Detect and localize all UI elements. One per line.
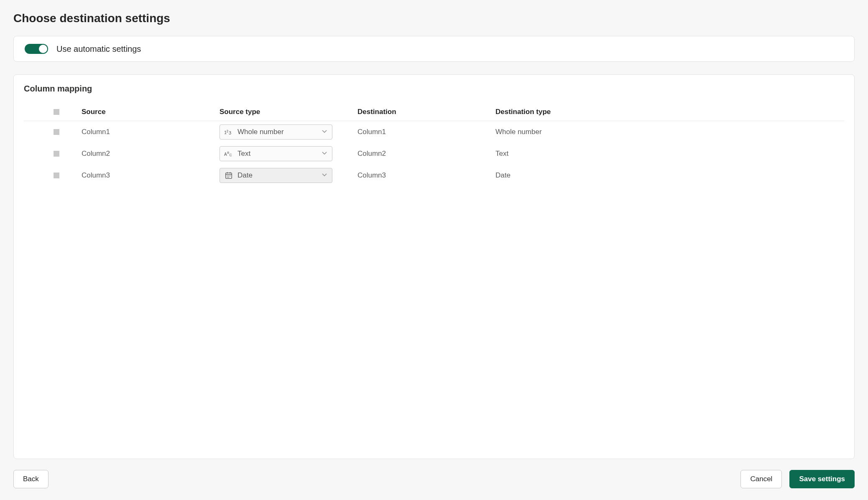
row-destination-type: Whole number <box>495 128 837 136</box>
column-mapping-card: Column mapping Source Source type Destin… <box>13 74 855 459</box>
chevron-down-icon <box>321 128 328 137</box>
chevron-down-icon <box>321 150 328 158</box>
row-destination: Column2 <box>357 150 495 158</box>
number-type-icon: 123 <box>224 127 233 137</box>
save-settings-button[interactable]: Save settings <box>789 470 855 488</box>
toggle-knob <box>39 45 47 53</box>
row-source: Column2 <box>82 150 220 158</box>
svg-point-11 <box>228 175 229 176</box>
chevron-down-icon <box>321 171 328 180</box>
svg-point-10 <box>227 175 228 176</box>
header-source-type: Source type <box>220 108 357 116</box>
row-checkbox[interactable] <box>54 129 59 135</box>
svg-point-13 <box>227 177 228 178</box>
row-destination-type: Text <box>495 150 837 158</box>
source-type-value: Date <box>237 171 253 180</box>
row-destination: Column3 <box>357 171 495 180</box>
table-header-row: Source Source type Destination Destinati… <box>24 103 844 121</box>
page-title: Choose destination settings <box>13 12 855 25</box>
text-type-icon: ABC <box>224 149 233 158</box>
back-button[interactable]: Back <box>13 470 49 488</box>
row-destination-type: Date <box>495 171 837 180</box>
row-source: Column3 <box>82 171 220 180</box>
source-type-value: Text <box>237 150 250 158</box>
auto-settings-toggle[interactable] <box>25 44 48 54</box>
date-type-icon <box>224 171 233 180</box>
svg-text:3: 3 <box>229 130 231 135</box>
svg-text:2: 2 <box>227 129 229 133</box>
table-row: Column3 Date Column3 Date <box>24 165 844 186</box>
header-destination-type: Destination type <box>495 108 837 116</box>
svg-text:A: A <box>224 152 227 157</box>
footer-bar: Back Cancel Save settings <box>13 459 855 488</box>
column-mapping-table: Source Source type Destination Destinati… <box>24 103 844 186</box>
select-all-checkbox[interactable] <box>54 109 59 115</box>
row-checkbox[interactable] <box>54 173 59 178</box>
auto-settings-card: Use automatic settings <box>13 36 855 62</box>
table-row: Column2 ABC Text Column2 Text <box>24 143 844 165</box>
source-type-select[interactable]: 123 Whole number <box>220 124 332 140</box>
header-destination: Destination <box>357 108 495 116</box>
header-source: Source <box>82 108 220 116</box>
auto-settings-row: Use automatic settings <box>25 44 843 54</box>
svg-point-14 <box>228 177 229 178</box>
row-checkbox[interactable] <box>54 151 59 157</box>
column-mapping-title: Column mapping <box>24 84 844 94</box>
cancel-button[interactable]: Cancel <box>740 470 782 488</box>
source-type-select[interactable]: Date <box>220 168 332 183</box>
row-source: Column1 <box>82 128 220 136</box>
row-destination: Column1 <box>357 128 495 136</box>
svg-text:C: C <box>230 153 232 157</box>
table-row: Column1 123 Whole number Column1 Whole n… <box>24 121 844 143</box>
svg-text:B: B <box>227 151 229 155</box>
svg-point-12 <box>230 175 230 176</box>
source-type-value: Whole number <box>237 128 284 136</box>
source-type-select[interactable]: ABC Text <box>220 146 332 161</box>
auto-settings-label: Use automatic settings <box>56 44 141 54</box>
